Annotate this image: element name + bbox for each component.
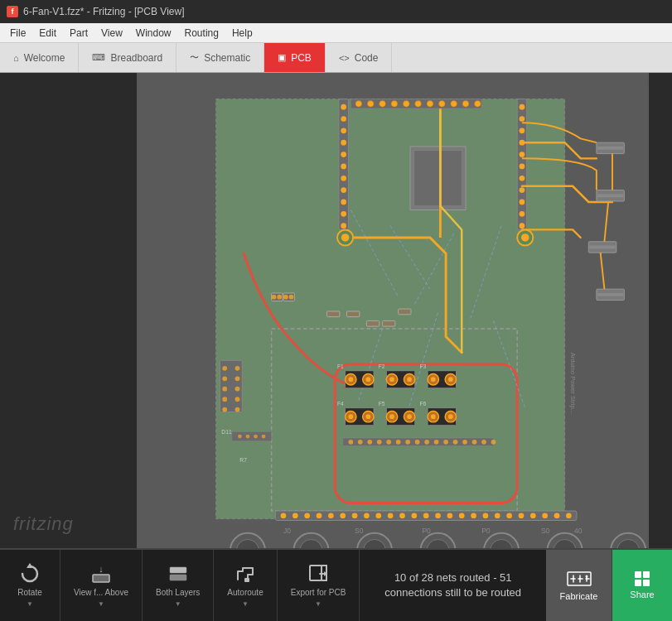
svg-point-153 bbox=[272, 295, 277, 300]
svg-point-7 bbox=[367, 100, 374, 107]
svg-point-149 bbox=[254, 435, 258, 439]
svg-rect-197 bbox=[244, 578, 249, 582]
tab-schematic[interactable]: 〜 Schematic bbox=[176, 43, 264, 72]
svg-point-39 bbox=[520, 187, 525, 193]
svg-point-141 bbox=[453, 440, 458, 445]
svg-point-172 bbox=[235, 407, 240, 412]
rotate-button[interactable]: Rotate ▼ bbox=[5, 558, 55, 613]
tab-code[interactable]: <> Code bbox=[326, 43, 393, 72]
rotate-icon bbox=[19, 563, 41, 585]
svg-point-168 bbox=[235, 366, 240, 371]
bothlayers-label: Both Layers bbox=[156, 588, 200, 597]
app-icon: f bbox=[7, 6, 18, 17]
menu-view[interactable]: View bbox=[94, 26, 129, 41]
svg-rect-158 bbox=[347, 311, 360, 317]
tab-welcome[interactable]: ⌂ Welcome bbox=[0, 43, 79, 72]
svg-point-6 bbox=[355, 100, 362, 107]
svg-text:F1: F1 bbox=[337, 363, 344, 369]
svg-point-36 bbox=[520, 152, 525, 157]
svg-point-101 bbox=[348, 377, 353, 382]
svg-point-130 bbox=[348, 440, 353, 445]
pcb-canvas-area[interactable]: J0 S0 P0 P0 S0 40 Arduino Power Strip...… bbox=[137, 73, 649, 548]
svg-text:R7: R7 bbox=[239, 457, 247, 463]
svg-point-46 bbox=[304, 513, 310, 518]
svg-point-128 bbox=[448, 414, 453, 419]
menu-file[interactable]: File bbox=[3, 26, 32, 41]
bothlayers-dropdown-arrow: ▼ bbox=[175, 600, 181, 608]
menubar: File Edit Part View Window Routing Help bbox=[0, 23, 672, 43]
svg-text:F3: F3 bbox=[420, 363, 427, 369]
svg-point-134 bbox=[386, 440, 391, 445]
svg-text:D11: D11 bbox=[221, 429, 232, 435]
svg-point-33 bbox=[520, 116, 525, 122]
menu-part[interactable]: Part bbox=[63, 26, 94, 41]
svg-point-41 bbox=[520, 211, 525, 217]
viewfrom-dropdown-arrow: ▼ bbox=[98, 600, 104, 608]
fabricate-button[interactable]: Fabricate bbox=[546, 550, 612, 621]
svg-point-63 bbox=[506, 513, 512, 518]
export-section: Export for PCB ▼ bbox=[278, 550, 360, 621]
autoroute-dropdown-arrow: ▼ bbox=[242, 600, 249, 608]
menu-routing[interactable]: Routing bbox=[178, 26, 225, 41]
svg-text:P0: P0 bbox=[422, 527, 431, 535]
export-icon bbox=[307, 563, 329, 585]
svg-point-166 bbox=[222, 397, 227, 402]
svg-point-150 bbox=[262, 435, 266, 439]
svg-text:F5: F5 bbox=[379, 401, 385, 407]
svg-point-189 bbox=[341, 233, 350, 242]
menu-edit[interactable]: Edit bbox=[32, 26, 63, 41]
titlebar: f 6-Fan-V1.fzz* - Fritzing - [PCB View] bbox=[0, 0, 672, 23]
rotate-label: Rotate bbox=[17, 588, 41, 597]
svg-point-106 bbox=[389, 377, 394, 382]
svg-point-143 bbox=[472, 440, 477, 445]
svg-point-49 bbox=[340, 513, 346, 518]
svg-point-25 bbox=[341, 164, 346, 170]
svg-point-45 bbox=[292, 513, 298, 518]
svg-point-108 bbox=[407, 377, 412, 382]
routing-status: 10 of 28 nets routed - 51 connections st… bbox=[373, 570, 533, 600]
menu-help[interactable]: Help bbox=[225, 26, 259, 41]
svg-rect-98 bbox=[597, 293, 624, 296]
svg-text:J0: J0 bbox=[283, 527, 291, 535]
svg-point-42 bbox=[520, 223, 525, 229]
export-button[interactable]: Export for PCB ▼ bbox=[283, 558, 355, 613]
svg-point-11 bbox=[415, 100, 422, 107]
svg-point-26 bbox=[341, 176, 346, 181]
viewfrom-label: View f... Above bbox=[74, 588, 128, 597]
menu-window[interactable]: Window bbox=[129, 26, 178, 41]
share-button[interactable]: Share bbox=[612, 550, 672, 621]
svg-point-66 bbox=[542, 513, 548, 518]
svg-point-142 bbox=[462, 440, 467, 445]
svg-rect-18 bbox=[414, 151, 462, 206]
svg-text:Arduino Power Strip...: Arduino Power Strip... bbox=[569, 353, 577, 414]
tab-breadboard[interactable]: ⌨ Breadboard bbox=[79, 43, 176, 72]
svg-point-13 bbox=[438, 100, 445, 107]
svg-point-154 bbox=[277, 295, 282, 300]
breadboard-icon: ⌨ bbox=[92, 52, 105, 63]
svg-point-12 bbox=[427, 100, 433, 107]
svg-point-164 bbox=[222, 376, 227, 381]
autoroute-icon bbox=[234, 563, 256, 585]
svg-point-27 bbox=[341, 187, 346, 193]
pcb-icon: ▣ bbox=[278, 52, 286, 63]
tab-pcb[interactable]: ▣ PCB bbox=[264, 43, 326, 72]
code-icon: <> bbox=[339, 53, 350, 63]
fabricate-label: Fabricate bbox=[560, 591, 598, 601]
viewfrom-button[interactable]: ↓ View f... Above ▼ bbox=[65, 558, 137, 613]
layers-icon bbox=[167, 563, 189, 585]
svg-point-131 bbox=[358, 440, 363, 445]
svg-point-9 bbox=[391, 100, 398, 107]
svg-point-60 bbox=[471, 513, 476, 518]
branding-logo: fritzing bbox=[13, 513, 74, 535]
export-label: Export for PCB bbox=[291, 588, 346, 597]
pcb-canvas[interactable]: J0 S0 P0 P0 S0 40 Arduino Power Strip...… bbox=[137, 73, 649, 548]
svg-point-22 bbox=[341, 128, 346, 133]
status-section: 10 of 28 nets routed - 51 connections st… bbox=[360, 570, 546, 600]
svg-point-133 bbox=[377, 440, 382, 445]
rotate-section: Rotate ▼ bbox=[0, 550, 60, 621]
autoroute-button[interactable]: Autoroute ▼ bbox=[219, 558, 271, 613]
svg-text:F6: F6 bbox=[420, 401, 427, 407]
svg-rect-195 bbox=[170, 567, 186, 573]
svg-point-62 bbox=[495, 513, 500, 518]
bothlayers-button[interactable]: Both Layers ▼ bbox=[147, 558, 208, 613]
